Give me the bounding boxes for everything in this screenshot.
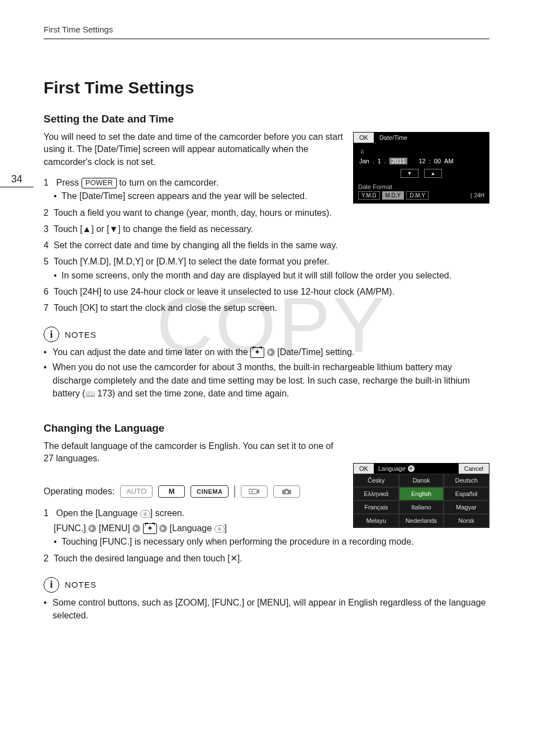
dt-date-line[interactable]: Jan . 1 . 2011 12 : 00 AM xyxy=(358,155,484,167)
lang-step1-sub: Touching [FUNC.] is necessary only when … xyxy=(44,536,489,548)
page-number-rule xyxy=(0,187,34,187)
heading-language: Changing the Language xyxy=(44,422,489,434)
lang-cancel-tab[interactable]: Cancel xyxy=(459,464,489,474)
notes-label-2: NOTES xyxy=(65,580,97,589)
lang-option[interactable]: Česky xyxy=(354,474,399,487)
operating-modes-label: Operating modes: xyxy=(44,486,115,497)
mode-camera-icon xyxy=(273,485,300,498)
intro-date-time: You will need to set the date and time o… xyxy=(44,131,345,168)
lang-option[interactable]: Nederlands xyxy=(399,514,444,527)
lang-step1-pre: Open the [Language xyxy=(56,508,140,518)
lang-step1-post: ] screen. xyxy=(150,508,184,518)
note1-post: [Date/Time] setting. xyxy=(277,347,354,357)
book-icon: 📖 xyxy=(85,389,95,398)
info-icon: i xyxy=(44,327,59,342)
note2-b: ) and set the time zone, date and time a… xyxy=(112,389,289,398)
lang-ok-tab[interactable]: OK xyxy=(354,464,374,474)
svg-point-4 xyxy=(285,491,288,493)
svg-rect-3 xyxy=(285,489,288,490)
dt-hour[interactable]: 12 xyxy=(418,158,425,164)
screenshot-language: OK Language⊕ Cancel ČeskyDanskDeutschΕλλ… xyxy=(353,463,489,528)
running-head: First Time Settings xyxy=(44,25,489,39)
step6: Touch [24H] to use 24-hour clock or leav… xyxy=(54,287,394,296)
notes-date-time: You can adjust the date and time later o… xyxy=(44,346,489,400)
lang-option[interactable]: Ελληνικά xyxy=(354,487,399,500)
lang-note1: Some control buttons, such as [ZOOM], [F… xyxy=(44,596,489,622)
dt-colon: : xyxy=(429,158,431,164)
notes-language: Some control buttons, such as [ZOOM], [F… xyxy=(44,596,489,622)
mode-m: M xyxy=(158,485,185,498)
info-icon: i xyxy=(44,577,59,593)
dt-min[interactable]: 00 xyxy=(434,158,441,164)
dt-sep2: . xyxy=(384,158,386,164)
step1-pre: Press xyxy=(56,178,81,187)
page-number: 34 xyxy=(0,173,34,185)
lang-option[interactable]: Magyar xyxy=(444,500,489,514)
wrench-icon: ✦ xyxy=(250,347,264,358)
dt-sep1: . xyxy=(373,158,374,164)
lang-grid: ČeskyDanskDeutschΕλληνικάEnglishEspañolF… xyxy=(354,474,489,527)
intro-language: The default language of the camcorder is… xyxy=(44,440,334,465)
heading-date-time: Setting the Date and Time xyxy=(44,113,489,125)
lang-title: Language⊕ xyxy=(374,464,459,474)
home-icon: ⌂ xyxy=(358,147,484,155)
lang-option[interactable]: Norsk xyxy=(444,514,489,527)
mode-playback-icon xyxy=(241,485,268,498)
step4: Set the correct date and time by changin… xyxy=(54,240,337,250)
globe-icon: ⊕ xyxy=(408,465,415,472)
globe-icon-inline: ⊕ xyxy=(140,510,150,518)
step1-post: to turn on the camcorder. xyxy=(117,178,218,187)
step2: Touch a field you want to change (year, … xyxy=(54,208,332,218)
globe-icon-inline: ⊕ xyxy=(215,525,225,533)
mode-cinema: CINEMA xyxy=(191,485,229,498)
chevron-icon xyxy=(132,525,140,532)
steps-date-time: 1 Press POWER to turn on the camcorder. … xyxy=(44,176,489,314)
dt-down-button[interactable]: ▼ xyxy=(401,169,418,178)
mode-auto: AUTO xyxy=(120,485,153,498)
dt-year[interactable]: 2011 xyxy=(389,158,407,164)
note1-pre: You can adjust the date and time later o… xyxy=(53,347,250,357)
lang-option[interactable]: Melayu xyxy=(354,514,399,527)
dt-title: Date/Time xyxy=(374,133,413,143)
dt-ampm[interactable]: AM xyxy=(444,158,454,164)
dt-month[interactable]: Jan xyxy=(359,158,369,164)
step7: Touch [OK] to start the clock and close … xyxy=(54,303,277,313)
wrench-icon: ✦ xyxy=(143,523,157,534)
chevron-icon xyxy=(267,348,275,356)
step5: Touch [Y.M.D], [M.D,Y] or [D.M.Y] to sel… xyxy=(54,257,329,266)
mode-separator xyxy=(234,485,235,498)
chevron-icon xyxy=(159,525,167,532)
lang-step2: Touch the desired language and then touc… xyxy=(54,554,242,563)
lang-option[interactable]: Deutsch xyxy=(444,474,489,487)
lang-option[interactable]: Français xyxy=(354,500,399,514)
svg-marker-1 xyxy=(251,490,254,493)
lang-option[interactable]: Dansk xyxy=(399,474,444,487)
step5-sub: In some screens, only the month and day … xyxy=(44,270,489,282)
dt-day[interactable]: 1 xyxy=(378,158,381,164)
chevron-icon xyxy=(88,525,96,532)
dt-up-button[interactable]: ▲ xyxy=(424,169,442,178)
note2-page: 173 xyxy=(97,389,112,398)
page-title: First Time Settings xyxy=(44,78,489,97)
step1-sub: The [Date/Time] screen appears and the y… xyxy=(44,190,489,202)
dt-ok-tab[interactable]: OK xyxy=(354,133,374,143)
lang-option[interactable]: Italiano xyxy=(399,500,444,514)
lang-option[interactable]: English xyxy=(399,487,444,500)
step3: Touch [▲] or [▼] to change the field as … xyxy=(54,224,253,234)
lang-option[interactable]: Español xyxy=(444,487,489,500)
notes-label-1: NOTES xyxy=(65,330,97,339)
power-button-label: POWER xyxy=(82,178,117,188)
